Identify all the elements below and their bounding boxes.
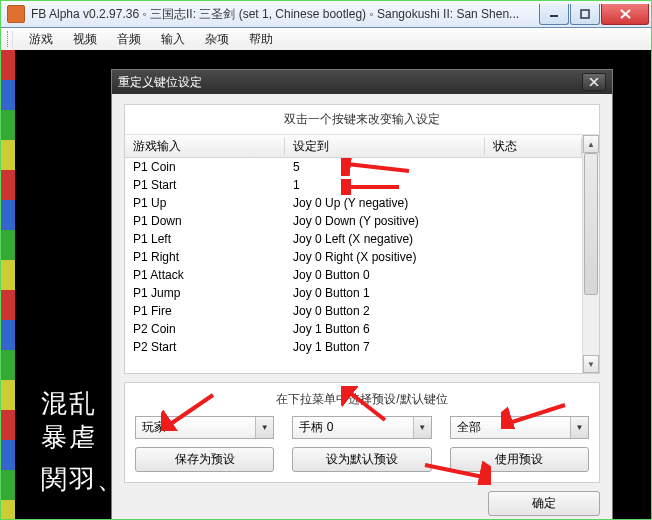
player-combo[interactable]: 玩家 1 ▼ bbox=[135, 416, 274, 439]
chevron-down-icon: ▼ bbox=[413, 417, 431, 438]
menu-game[interactable]: 游戏 bbox=[19, 29, 63, 50]
table-row[interactable]: P1 RightJoy 0 Right (X positive) bbox=[125, 248, 582, 266]
device-combo[interactable]: 手柄 0 ▼ bbox=[292, 416, 431, 439]
preset-group-title: 在下拉菜单中选择预设/默认键位 bbox=[135, 389, 589, 416]
cell-setto: Joy 0 Button 2 bbox=[285, 304, 485, 318]
cell-setto: 1 bbox=[285, 178, 485, 192]
cell-input: P2 Start bbox=[125, 340, 285, 354]
cell-input: P1 Down bbox=[125, 214, 285, 228]
window-title: FB Alpha v0.2.97.36 ◦ 三国志II: 三圣剑 (set 1,… bbox=[31, 6, 538, 23]
main-window: FB Alpha v0.2.97.36 ◦ 三国志II: 三圣剑 (set 1,… bbox=[1, 1, 651, 519]
menu-input[interactable]: 输入 bbox=[151, 29, 195, 50]
svg-rect-1 bbox=[581, 10, 589, 18]
list-header: 游戏输入 设定到 状态 bbox=[125, 135, 582, 158]
bg-text-1: 混乱 bbox=[41, 386, 97, 421]
dialog-close-button[interactable] bbox=[582, 73, 606, 91]
preset-groupbox: 在下拉菜单中选择预设/默认键位 玩家 1 ▼ 手柄 0 ▼ 全部 ▼ bbox=[124, 382, 600, 483]
cell-input: P2 Coin bbox=[125, 322, 285, 336]
scope-combo[interactable]: 全部 ▼ bbox=[450, 416, 589, 439]
menu-audio[interactable]: 音频 bbox=[107, 29, 151, 50]
table-row[interactable]: P1 UpJoy 0 Up (Y negative) bbox=[125, 194, 582, 212]
table-row[interactable]: P2 StartJoy 1 Button 7 bbox=[125, 338, 582, 356]
cell-input: P1 Jump bbox=[125, 286, 285, 300]
col-set-to[interactable]: 设定到 bbox=[285, 138, 485, 155]
window-controls bbox=[538, 4, 649, 24]
scroll-thumb[interactable] bbox=[584, 153, 598, 295]
col-game-input[interactable]: 游戏输入 bbox=[125, 138, 285, 155]
bg-text-2: 暴虐 bbox=[41, 420, 97, 455]
cell-setto: 5 bbox=[285, 160, 485, 174]
scroll-down-button[interactable]: ▼ bbox=[583, 355, 599, 373]
scroll-up-button[interactable]: ▲ bbox=[583, 135, 599, 153]
device-combo-value: 手柄 0 bbox=[299, 419, 333, 436]
chevron-down-icon: ▼ bbox=[570, 417, 588, 438]
vertical-scrollbar[interactable]: ▲ ▼ bbox=[582, 135, 599, 373]
cell-input: P1 Right bbox=[125, 250, 285, 264]
scope-combo-value: 全部 bbox=[457, 419, 481, 436]
set-default-button[interactable]: 设为默认预设 bbox=[292, 447, 431, 472]
cell-setto: Joy 0 Button 1 bbox=[285, 286, 485, 300]
cell-input: P1 Left bbox=[125, 232, 285, 246]
cell-setto: Joy 1 Button 6 bbox=[285, 322, 485, 336]
col-status[interactable]: 状态 bbox=[485, 138, 582, 155]
list-rows: P1 Coin5P1 Start1P1 UpJoy 0 Up (Y negati… bbox=[125, 158, 582, 356]
cell-setto: Joy 0 Down (Y positive) bbox=[285, 214, 485, 228]
dialog-title: 重定义键位设定 bbox=[118, 74, 582, 91]
menu-bar: 游戏 视频 音频 输入 杂项 帮助 bbox=[1, 28, 651, 51]
keymap-dialog: 重定义键位设定 双击一个按键来改变输入设定 游戏输入 设定到 状态 P1 Coi… bbox=[111, 69, 613, 520]
cell-setto: Joy 0 Right (X positive) bbox=[285, 250, 485, 264]
cell-input: P1 Coin bbox=[125, 160, 285, 174]
table-row[interactable]: P1 LeftJoy 0 Left (X negative) bbox=[125, 230, 582, 248]
ok-button[interactable]: 确定 bbox=[488, 491, 600, 516]
titlebar[interactable]: FB Alpha v0.2.97.36 ◦ 三国志II: 三圣剑 (set 1,… bbox=[1, 1, 651, 28]
menu-help[interactable]: 帮助 bbox=[239, 29, 283, 50]
keymap-groupbox: 双击一个按键来改变输入设定 游戏输入 设定到 状态 P1 Coin5P1 Sta… bbox=[124, 104, 600, 374]
keymap-group-title: 双击一个按键来改变输入设定 bbox=[125, 105, 599, 134]
dialog-body: 双击一个按键来改变输入设定 游戏输入 设定到 状态 P1 Coin5P1 Sta… bbox=[112, 94, 612, 520]
app-icon bbox=[7, 5, 25, 23]
save-preset-button[interactable]: 保存为预设 bbox=[135, 447, 274, 472]
minimize-button[interactable] bbox=[539, 4, 569, 25]
toolbar-grip bbox=[7, 31, 13, 47]
table-row[interactable]: P1 AttackJoy 0 Button 0 bbox=[125, 266, 582, 284]
table-row[interactable]: P2 CoinJoy 1 Button 6 bbox=[125, 320, 582, 338]
table-row[interactable]: P1 JumpJoy 0 Button 1 bbox=[125, 284, 582, 302]
table-row[interactable]: P1 FireJoy 0 Button 2 bbox=[125, 302, 582, 320]
player-combo-value: 玩家 1 bbox=[142, 419, 176, 436]
cell-setto: Joy 0 Left (X negative) bbox=[285, 232, 485, 246]
game-side-strip bbox=[1, 50, 15, 519]
menu-video[interactable]: 视频 bbox=[63, 29, 107, 50]
cell-input: P1 Start bbox=[125, 178, 285, 192]
table-row[interactable]: P1 Coin5 bbox=[125, 158, 582, 176]
maximize-button[interactable] bbox=[570, 4, 600, 25]
menu-misc[interactable]: 杂项 bbox=[195, 29, 239, 50]
cell-setto: Joy 0 Up (Y negative) bbox=[285, 196, 485, 210]
cell-setto: Joy 0 Button 0 bbox=[285, 268, 485, 282]
table-row[interactable]: P1 DownJoy 0 Down (Y positive) bbox=[125, 212, 582, 230]
keymap-list: 游戏输入 设定到 状态 P1 Coin5P1 Start1P1 UpJoy 0 … bbox=[125, 134, 599, 373]
dialog-titlebar[interactable]: 重定义键位设定 bbox=[112, 70, 612, 94]
close-button[interactable] bbox=[601, 4, 649, 25]
table-row[interactable]: P1 Start1 bbox=[125, 176, 582, 194]
cell-input: P1 Up bbox=[125, 196, 285, 210]
cell-input: P1 Attack bbox=[125, 268, 285, 282]
cell-setto: Joy 1 Button 7 bbox=[285, 340, 485, 354]
use-preset-button[interactable]: 使用预设 bbox=[450, 447, 589, 472]
chevron-down-icon: ▼ bbox=[255, 417, 273, 438]
cell-input: P1 Fire bbox=[125, 304, 285, 318]
